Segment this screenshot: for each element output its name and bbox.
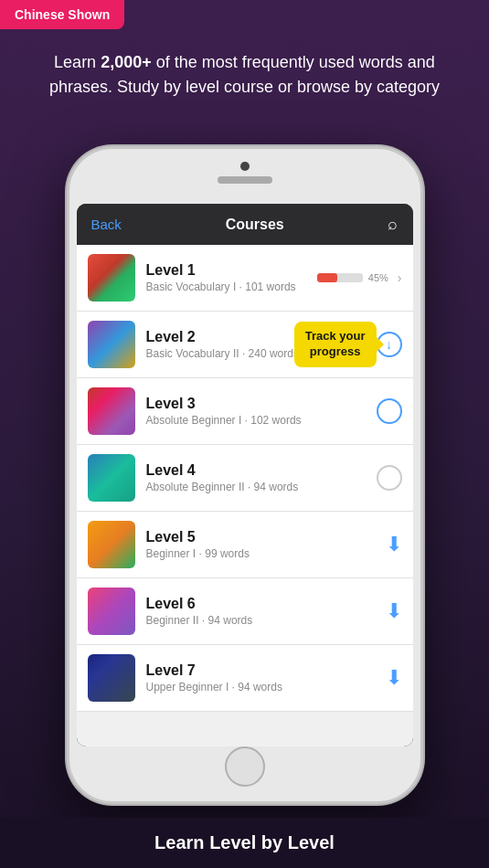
course-subtitle-3: Absolute Beginner I · 102 words: [146, 414, 377, 427]
course-subtitle-1: Basic Vocabulary I · 101 words: [146, 281, 317, 293]
course-title-3: Level 3: [146, 396, 377, 412]
course-title-7: Level 7: [146, 662, 386, 679]
course-thumb-3: [88, 387, 135, 435]
course-item-3[interactable]: Level 3 Absolute Beginner I · 102 words: [77, 378, 413, 445]
phone-mockup: Back Courses ⌕ Level 1 Basic Vocabulary …: [67, 146, 423, 804]
side-button-vol-down: [67, 359, 69, 405]
camera: [240, 162, 250, 171]
course-thumb-2: [88, 321, 135, 368]
header-description: Learn 2,000+ of the most frequently used…: [0, 50, 489, 100]
course-item-4[interactable]: Level 4 Absolute Beginner II · 94 words: [77, 445, 413, 512]
highlight-text: 2,000+: [101, 53, 152, 71]
chinese-shown-badge: Chinese Shown: [0, 0, 124, 29]
side-button-mute: [67, 259, 69, 286]
progress-label-1: 45%: [368, 272, 388, 283]
side-button-power: [421, 313, 423, 377]
nav-bar: Back Courses ⌕: [77, 204, 413, 245]
progress-bar-1: [317, 273, 363, 282]
course-item-5[interactable]: Level 5 Beginner I · 99 words ⬇: [77, 512, 413, 578]
download-icon-5[interactable]: ⬇: [386, 533, 402, 556]
course-title-4: Level 4: [146, 462, 377, 479]
course-title-5: Level 5: [146, 529, 386, 545]
nav-title: Courses: [226, 217, 284, 233]
course-action-1: 45% ›: [317, 270, 402, 285]
search-button[interactable]: ⌕: [388, 215, 398, 234]
course-item-7[interactable]: Level 7 Upper Beginner I · 94 words ⬇: [77, 645, 413, 712]
course-item-6[interactable]: Level 6 Beginner II · 94 words ⬇: [77, 578, 413, 645]
chevron-icon-1: ›: [398, 270, 402, 285]
course-subtitle-6: Beginner II · 94 words: [146, 614, 386, 627]
speaker: [218, 176, 272, 184]
circle-blue-3[interactable]: [377, 398, 402, 424]
course-thumb-1: [88, 254, 135, 302]
course-item-2[interactable]: Level 2 Basic Vocabulary II · 240 words …: [77, 312, 413, 378]
course-action-4: [377, 465, 402, 491]
course-info-7: Level 7 Upper Beginner I · 94 words: [146, 662, 386, 693]
course-info-1: Level 1 Basic Vocabulary I · 101 words: [146, 262, 317, 293]
course-subtitle-7: Upper Beginner I · 94 words: [146, 681, 386, 693]
side-button-vol-up: [67, 300, 69, 345]
progress-1: 45%: [317, 272, 388, 283]
download-icon-6[interactable]: ⬇: [386, 599, 402, 623]
course-action-6: ⬇: [386, 599, 402, 623]
course-action-5: ⬇: [386, 533, 402, 556]
download-icon-7[interactable]: ⬇: [386, 666, 402, 690]
back-button[interactable]: Back: [91, 217, 122, 232]
course-info-4: Level 4 Absolute Beginner II · 94 words: [146, 462, 377, 493]
course-thumb-4: [88, 454, 135, 502]
circle-gray-4[interactable]: [377, 465, 402, 491]
course-action-7: ⬇: [386, 666, 402, 690]
tooltip-track-progress: Track yourprogress: [294, 322, 377, 367]
course-info-3: Level 3 Absolute Beginner I · 102 words: [146, 396, 377, 427]
phone-shell: Back Courses ⌕ Level 1 Basic Vocabulary …: [67, 146, 423, 804]
home-button[interactable]: [225, 746, 265, 787]
course-thumb-6: [88, 587, 135, 635]
course-item-1[interactable]: Level 1 Basic Vocabulary I · 101 words 4…: [77, 245, 413, 312]
phone-screen: Back Courses ⌕ Level 1 Basic Vocabulary …: [77, 204, 413, 746]
course-thumb-7: [88, 654, 135, 702]
course-list: Level 1 Basic Vocabulary I · 101 words 4…: [77, 245, 413, 746]
course-subtitle-4: Absolute Beginner II · 94 words: [146, 481, 377, 493]
course-info-5: Level 5 Beginner I · 99 words: [146, 529, 386, 560]
course-info-6: Level 6 Beginner II · 94 words: [146, 596, 386, 627]
footer-bar: Learn Level by Level: [0, 818, 489, 868]
phone-top-details: [218, 162, 272, 184]
footer-label: Learn Level by Level: [154, 832, 335, 852]
course-subtitle-5: Beginner I · 99 words: [146, 547, 386, 560]
course-action-3: [377, 398, 402, 424]
course-title-1: Level 1: [146, 262, 317, 279]
course-title-6: Level 6: [146, 596, 386, 612]
progress-fill-1: [317, 273, 338, 282]
course-thumb-5: [88, 521, 135, 568]
